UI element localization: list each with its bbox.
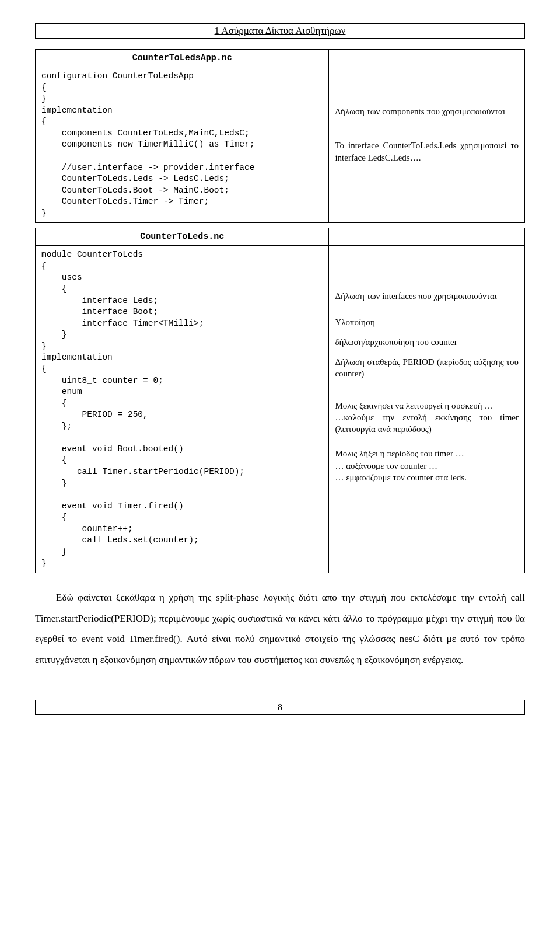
desc-counter: δήλωση/αρχικοποίηση του counter (335, 336, 519, 348)
desc-leds: … εμφανίζουμε τον counter στα leds. (335, 472, 519, 483)
code-block: configuration CounterToLedsApp { } imple… (36, 67, 329, 223)
page-footer: 8 (35, 700, 525, 715)
empty-header (329, 50, 525, 67)
desc-interfaces: Δήλωση των interfaces που χρησιμοποιούντ… (335, 290, 519, 302)
desc-period: Δήλωση σταθεράς PERIOD (περίοδος αύξησης… (335, 356, 519, 380)
desc-timer-fired: Μόλις λήξει η περίοδος του timer … (335, 448, 519, 459)
body-paragraph: Εδώ φαίνεται ξεκάθαρα η χρήση της split-… (35, 587, 525, 671)
chapter-title: 1 Ασύρματα Δίκτυα Αισθητήρων (215, 25, 346, 36)
code-table-app: CounterToLedsApp.nc configuration Counte… (35, 49, 525, 223)
page-number: 8 (278, 702, 282, 712)
empty-header (329, 228, 525, 246)
filename-header: CounterToLedsApp.nc (36, 50, 329, 67)
filename-header: CounterToLeds.nc (36, 228, 329, 246)
desc-timer-start: …καλούμε την εντολή εκκίνησης του timer … (335, 412, 519, 435)
description-cell: Δήλωση των interfaces που χρησιμοποιούντ… (329, 246, 525, 573)
description-cell: Δήλωση των components που χρησιμοποιούντ… (329, 67, 525, 223)
code-block: module CounterToLeds { uses { interface … (36, 246, 329, 573)
desc-boot: Μόλις ξεκινήσει να λειτουργεί η συσκευή … (335, 400, 519, 412)
desc-components: Δήλωση των components που χρησιμοποιούντ… (335, 106, 519, 117)
chapter-header: 1 Ασύρματα Δίκτυα Αισθητήρων (35, 23, 525, 39)
desc-interface: Το interface CounterToLeds.Leds χρησιμοπ… (335, 140, 519, 163)
desc-impl: Υλοποίηση (335, 316, 519, 328)
desc-counter-inc: … αυξάνουμε τον counter … (335, 460, 519, 472)
code-table-module: CounterToLeds.nc module CounterToLeds { … (35, 228, 525, 573)
